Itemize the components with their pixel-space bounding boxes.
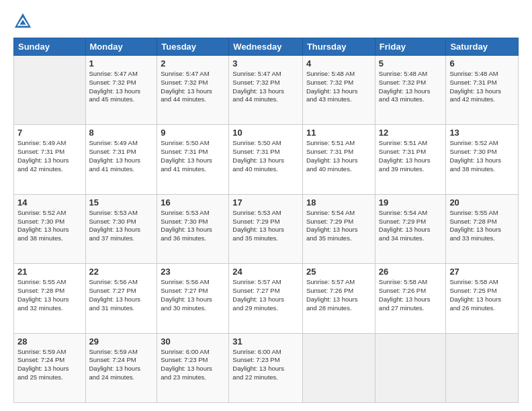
day-cell: 2Sunrise: 5:47 AM Sunset: 7:32 PM Daylig… bbox=[157, 56, 229, 125]
day-number: 10 bbox=[232, 128, 299, 138]
day-cell: 16Sunrise: 5:53 AM Sunset: 7:30 PM Dayli… bbox=[157, 194, 229, 263]
week-row-5: 28Sunrise: 5:59 AM Sunset: 7:24 PM Dayli… bbox=[14, 333, 519, 402]
day-number: 2 bbox=[161, 58, 225, 68]
day-cell: 25Sunrise: 5:57 AM Sunset: 7:26 PM Dayli… bbox=[302, 264, 375, 333]
logo bbox=[13, 12, 34, 31]
day-cell: 23Sunrise: 5:56 AM Sunset: 7:27 PM Dayli… bbox=[157, 264, 229, 333]
day-cell: 27Sunrise: 5:58 AM Sunset: 7:25 PM Dayli… bbox=[446, 264, 519, 333]
calendar-body: 1Sunrise: 5:47 AM Sunset: 7:32 PM Daylig… bbox=[14, 56, 519, 403]
page: SundayMondayTuesdayWednesdayThursdayFrid… bbox=[0, 0, 532, 411]
day-cell: 21Sunrise: 5:55 AM Sunset: 7:28 PM Dayli… bbox=[14, 264, 86, 333]
day-number: 27 bbox=[449, 267, 515, 277]
day-cell: 3Sunrise: 5:47 AM Sunset: 7:32 PM Daylig… bbox=[229, 56, 303, 125]
day-number: 25 bbox=[306, 267, 371, 277]
day-info: Sunrise: 5:51 AM Sunset: 7:31 PM Dayligh… bbox=[306, 139, 371, 173]
day-number: 6 bbox=[449, 58, 515, 68]
day-number: 11 bbox=[306, 128, 371, 138]
day-number: 23 bbox=[161, 267, 225, 277]
col-header-tuesday: Tuesday bbox=[157, 38, 229, 56]
header-row: SundayMondayTuesdayWednesdayThursdayFrid… bbox=[14, 38, 519, 56]
day-info: Sunrise: 5:58 AM Sunset: 7:25 PM Dayligh… bbox=[449, 278, 515, 312]
day-info: Sunrise: 5:47 AM Sunset: 7:32 PM Dayligh… bbox=[232, 70, 299, 104]
day-cell bbox=[302, 333, 375, 402]
day-number: 16 bbox=[161, 197, 225, 208]
day-info: Sunrise: 5:51 AM Sunset: 7:31 PM Dayligh… bbox=[379, 139, 443, 173]
day-info: Sunrise: 5:48 AM Sunset: 7:31 PM Dayligh… bbox=[449, 70, 515, 104]
day-cell bbox=[14, 56, 86, 125]
day-info: Sunrise: 5:53 AM Sunset: 7:30 PM Dayligh… bbox=[89, 209, 154, 243]
day-info: Sunrise: 5:56 AM Sunset: 7:27 PM Dayligh… bbox=[161, 278, 225, 312]
day-info: Sunrise: 5:48 AM Sunset: 7:32 PM Dayligh… bbox=[379, 70, 443, 104]
day-cell: 22Sunrise: 5:56 AM Sunset: 7:27 PM Dayli… bbox=[85, 264, 157, 333]
col-header-sunday: Sunday bbox=[14, 38, 86, 56]
day-info: Sunrise: 5:48 AM Sunset: 7:32 PM Dayligh… bbox=[306, 70, 371, 104]
day-info: Sunrise: 5:53 AM Sunset: 7:30 PM Dayligh… bbox=[161, 209, 225, 243]
week-row-2: 7Sunrise: 5:49 AM Sunset: 7:31 PM Daylig… bbox=[14, 125, 519, 194]
day-info: Sunrise: 5:59 AM Sunset: 7:24 PM Dayligh… bbox=[89, 348, 154, 382]
day-number: 12 bbox=[379, 128, 443, 138]
day-cell: 17Sunrise: 5:53 AM Sunset: 7:29 PM Dayli… bbox=[229, 194, 303, 263]
day-number: 8 bbox=[89, 128, 154, 138]
day-cell: 24Sunrise: 5:57 AM Sunset: 7:27 PM Dayli… bbox=[229, 264, 303, 333]
day-number: 24 bbox=[232, 267, 299, 277]
day-info: Sunrise: 5:54 AM Sunset: 7:29 PM Dayligh… bbox=[379, 209, 443, 243]
day-number: 26 bbox=[379, 267, 443, 277]
day-number: 22 bbox=[89, 267, 154, 277]
day-info: Sunrise: 5:58 AM Sunset: 7:26 PM Dayligh… bbox=[379, 278, 443, 312]
day-info: Sunrise: 5:52 AM Sunset: 7:30 PM Dayligh… bbox=[17, 209, 82, 243]
day-cell: 12Sunrise: 5:51 AM Sunset: 7:31 PM Dayli… bbox=[375, 125, 446, 194]
day-info: Sunrise: 5:50 AM Sunset: 7:31 PM Dayligh… bbox=[161, 139, 225, 173]
day-info: Sunrise: 5:55 AM Sunset: 7:28 PM Dayligh… bbox=[449, 209, 515, 243]
day-info: Sunrise: 5:54 AM Sunset: 7:29 PM Dayligh… bbox=[306, 209, 371, 243]
day-cell: 4Sunrise: 5:48 AM Sunset: 7:32 PM Daylig… bbox=[302, 56, 375, 125]
day-cell: 13Sunrise: 5:52 AM Sunset: 7:30 PM Dayli… bbox=[446, 125, 519, 194]
day-number: 21 bbox=[17, 267, 82, 277]
day-info: Sunrise: 5:49 AM Sunset: 7:31 PM Dayligh… bbox=[17, 139, 82, 173]
day-info: Sunrise: 6:00 AM Sunset: 7:23 PM Dayligh… bbox=[161, 348, 225, 382]
day-info: Sunrise: 5:50 AM Sunset: 7:31 PM Dayligh… bbox=[232, 139, 299, 173]
day-number: 20 bbox=[449, 197, 515, 208]
day-cell: 14Sunrise: 5:52 AM Sunset: 7:30 PM Dayli… bbox=[14, 194, 86, 263]
day-number: 1 bbox=[89, 58, 154, 68]
day-cell: 11Sunrise: 5:51 AM Sunset: 7:31 PM Dayli… bbox=[302, 125, 375, 194]
day-info: Sunrise: 6:00 AM Sunset: 7:23 PM Dayligh… bbox=[232, 348, 299, 382]
day-info: Sunrise: 5:56 AM Sunset: 7:27 PM Dayligh… bbox=[89, 278, 154, 312]
day-number: 15 bbox=[89, 197, 154, 208]
week-row-1: 1Sunrise: 5:47 AM Sunset: 7:32 PM Daylig… bbox=[14, 56, 519, 125]
day-number: 13 bbox=[449, 128, 515, 138]
col-header-monday: Monday bbox=[85, 38, 157, 56]
calendar-table: SundayMondayTuesdayWednesdayThursdayFrid… bbox=[13, 38, 519, 403]
day-info: Sunrise: 5:53 AM Sunset: 7:29 PM Dayligh… bbox=[232, 209, 299, 243]
day-cell: 5Sunrise: 5:48 AM Sunset: 7:32 PM Daylig… bbox=[375, 56, 446, 125]
day-number: 5 bbox=[379, 58, 443, 68]
day-cell: 9Sunrise: 5:50 AM Sunset: 7:31 PM Daylig… bbox=[157, 125, 229, 194]
day-number: 7 bbox=[17, 128, 82, 138]
day-number: 29 bbox=[89, 336, 154, 347]
day-info: Sunrise: 5:57 AM Sunset: 7:26 PM Dayligh… bbox=[306, 278, 371, 312]
day-number: 14 bbox=[17, 197, 82, 208]
col-header-wednesday: Wednesday bbox=[229, 38, 303, 56]
day-number: 31 bbox=[232, 336, 299, 347]
day-cell bbox=[446, 333, 519, 402]
calendar-header: SundayMondayTuesdayWednesdayThursdayFrid… bbox=[14, 38, 519, 56]
day-number: 19 bbox=[379, 197, 443, 208]
day-cell: 29Sunrise: 5:59 AM Sunset: 7:24 PM Dayli… bbox=[85, 333, 157, 402]
day-number: 9 bbox=[161, 128, 225, 138]
col-header-saturday: Saturday bbox=[446, 38, 519, 56]
col-header-thursday: Thursday bbox=[302, 38, 375, 56]
day-cell: 7Sunrise: 5:49 AM Sunset: 7:31 PM Daylig… bbox=[14, 125, 86, 194]
calendar: SundayMondayTuesdayWednesdayThursdayFrid… bbox=[13, 38, 519, 403]
day-info: Sunrise: 5:47 AM Sunset: 7:32 PM Dayligh… bbox=[161, 70, 225, 104]
day-number: 28 bbox=[17, 336, 82, 347]
day-cell: 26Sunrise: 5:58 AM Sunset: 7:26 PM Dayli… bbox=[375, 264, 446, 333]
day-info: Sunrise: 5:59 AM Sunset: 7:24 PM Dayligh… bbox=[17, 348, 82, 382]
day-cell: 15Sunrise: 5:53 AM Sunset: 7:30 PM Dayli… bbox=[85, 194, 157, 263]
day-cell: 6Sunrise: 5:48 AM Sunset: 7:31 PM Daylig… bbox=[446, 56, 519, 125]
day-cell: 19Sunrise: 5:54 AM Sunset: 7:29 PM Dayli… bbox=[375, 194, 446, 263]
day-cell: 28Sunrise: 5:59 AM Sunset: 7:24 PM Dayli… bbox=[14, 333, 86, 402]
day-number: 17 bbox=[232, 197, 299, 208]
day-info: Sunrise: 5:47 AM Sunset: 7:32 PM Dayligh… bbox=[89, 70, 154, 104]
logo-icon bbox=[13, 12, 32, 31]
day-number: 30 bbox=[161, 336, 225, 347]
day-number: 4 bbox=[306, 58, 371, 68]
